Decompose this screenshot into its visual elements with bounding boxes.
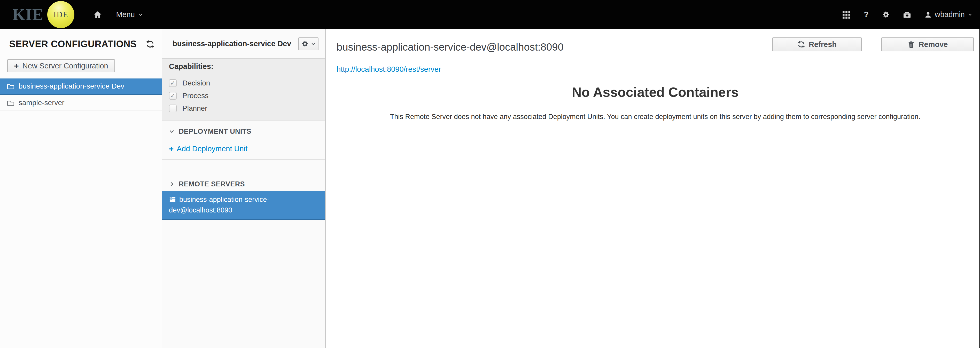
user-icon xyxy=(924,11,932,18)
kie-ide-logo: KIE IDE xyxy=(13,0,75,29)
kie-logo-text: KIE xyxy=(13,6,43,23)
sidebar-title: SERVER CONFIGURATIONS xyxy=(9,39,137,49)
apps-launcher-button[interactable] xyxy=(843,11,850,19)
server-config-detail-panel: business-application-service Dev Capabil… xyxy=(162,29,326,348)
settings-button[interactable] xyxy=(882,11,889,18)
remove-server-button[interactable]: Remove xyxy=(881,37,974,51)
settings-gear-icon xyxy=(882,11,889,18)
deployment-units-title: DEPLOYMENT UNITS xyxy=(179,127,251,135)
panel-spacer xyxy=(162,159,325,180)
server-configuration-list: business-application-service Dev sample-… xyxy=(0,78,162,111)
apps-grid-icon xyxy=(843,11,850,19)
config-title: business-application-service Dev xyxy=(173,40,291,48)
config-actions-dropdown[interactable] xyxy=(298,37,318,50)
folder-icon xyxy=(7,99,15,107)
capabilities-section: Capabilities: ✓ Decision ✓ Process ✓ Pla… xyxy=(162,59,325,121)
home-button[interactable] xyxy=(94,10,102,19)
server-config-item-sample-server[interactable]: sample-server xyxy=(0,95,162,111)
server-config-label: business-application-service Dev xyxy=(19,82,124,91)
chevron-down-icon xyxy=(169,129,175,134)
remote-servers-title: REMOTE SERVERS xyxy=(179,180,245,188)
check-icon: ✓ xyxy=(170,80,176,86)
admin-tools-button[interactable] xyxy=(903,11,911,19)
gear-icon xyxy=(301,40,309,47)
deployment-units-section: DEPLOYMENT UNITS + Add Deployment Unit xyxy=(162,121,325,159)
capability-checkbox-process[interactable]: ✓ xyxy=(169,92,177,100)
capability-row-planner: ✓ Planner xyxy=(169,103,318,114)
capability-checkbox-decision[interactable]: ✓ xyxy=(169,79,177,87)
check-icon: ✓ xyxy=(170,92,176,99)
empty-state-message: This Remote Server does not have any ass… xyxy=(358,112,952,122)
remote-server-main: business-application-service-dev@localho… xyxy=(326,29,980,348)
top-navbar: KIE IDE Menu ? xyxy=(0,0,980,29)
remote-servers-toggle[interactable]: REMOTE SERVERS xyxy=(169,180,318,189)
server-icon xyxy=(169,196,176,203)
window-edge xyxy=(979,29,980,348)
new-server-configuration-label: New Server Configuration xyxy=(22,62,108,70)
server-rest-url-link[interactable]: http://localhost:8090/rest/server xyxy=(337,65,441,73)
menu-label: Menu xyxy=(116,10,135,19)
refresh-configurations-button[interactable] xyxy=(146,40,154,49)
plus-icon: + xyxy=(169,145,173,153)
add-deployment-unit-label: Add Deployment Unit xyxy=(177,145,247,153)
menu-button[interactable]: Menu xyxy=(116,10,143,19)
navbar-utilities: ? wbadmin xyxy=(829,10,972,19)
chevron-down-icon xyxy=(311,41,316,46)
trash-icon xyxy=(907,41,915,48)
username-label: wbadmin xyxy=(935,10,965,19)
remote-server-title: business-application-service-dev@localho… xyxy=(337,41,564,54)
refresh-server-button[interactable]: Refresh xyxy=(772,37,862,51)
refresh-icon xyxy=(797,41,805,48)
chevron-right-icon xyxy=(169,181,175,187)
remove-button-label: Remove xyxy=(919,40,948,49)
remote-server-item[interactable]: business-application-service-dev@localho… xyxy=(162,191,325,220)
remote-server-label: business-application-service-dev@localho… xyxy=(169,196,269,214)
server-configurations-sidebar: SERVER CONFIGURATIONS + New Server Confi… xyxy=(0,29,162,348)
capability-checkbox-planner[interactable]: ✓ xyxy=(169,105,177,112)
server-config-item-business-application-service-dev[interactable]: business-application-service Dev xyxy=(0,78,162,95)
home-icon xyxy=(94,10,102,19)
capability-label-process: Process xyxy=(182,92,208,100)
plus-icon: + xyxy=(14,62,19,70)
help-icon: ? xyxy=(864,11,869,19)
empty-state-title: No Associated Containers xyxy=(337,84,974,100)
capability-row-decision: ✓ Decision xyxy=(169,78,318,88)
help-button[interactable]: ? xyxy=(864,11,869,19)
server-config-label: sample-server xyxy=(19,99,64,107)
capability-label-planner: Planner xyxy=(182,104,207,113)
ide-logo-badge: IDE xyxy=(47,1,75,28)
add-deployment-unit-link[interactable]: + Add Deployment Unit xyxy=(169,144,247,153)
new-server-configuration-button[interactable]: + New Server Configuration xyxy=(7,59,115,72)
refresh-button-label: Refresh xyxy=(809,40,837,49)
deployment-units-toggle[interactable]: DEPLOYMENT UNITS xyxy=(169,127,318,136)
server-heading-block: business-application-service-dev@localho… xyxy=(337,37,564,73)
chevron-down-icon xyxy=(138,12,143,17)
capabilities-label: Capabilities: xyxy=(169,62,318,71)
user-menu[interactable]: wbadmin xyxy=(924,10,972,19)
empty-state: No Associated Containers This Remote Ser… xyxy=(337,84,974,122)
folder-icon xyxy=(7,83,15,91)
server-actions: Refresh Remove xyxy=(772,37,974,51)
refresh-icon xyxy=(146,40,154,49)
medkit-icon xyxy=(903,11,911,19)
capability-label-decision: Decision xyxy=(182,79,210,87)
capability-row-process: ✓ Process xyxy=(169,91,318,101)
chevron-down-icon xyxy=(968,13,972,17)
remote-servers-section: REMOTE SERVERS xyxy=(162,180,325,191)
